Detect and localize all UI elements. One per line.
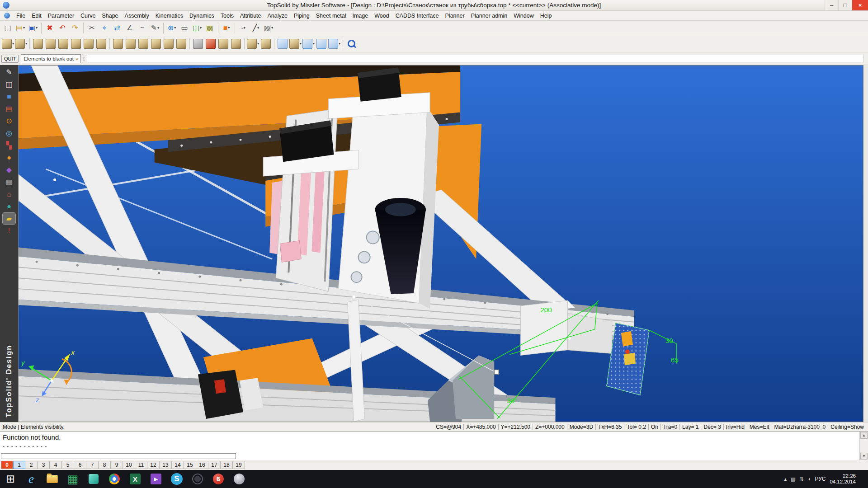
action-center-icon[interactable]: ▤ <box>791 476 795 482</box>
dropdown-caret-icon[interactable]: ▾ <box>23 26 25 30</box>
sheet-tab-9[interactable]: 9 <box>111 461 123 469</box>
search-icon[interactable] <box>345 38 357 50</box>
color-swatch-icon[interactable]: ■▾ <box>221 22 232 34</box>
select-icon[interactable]: ⌖ <box>99 22 110 34</box>
dropdown-caret-icon[interactable]: ▾ <box>257 26 259 30</box>
sheet-tab-12[interactable]: 12 <box>147 461 160 469</box>
check-icon[interactable] <box>163 38 175 50</box>
dropdown-caret-icon[interactable]: ▾ <box>244 26 245 30</box>
clock[interactable]: 22:26 04.12.2014 <box>830 473 856 485</box>
paint-icon[interactable] <box>229 470 250 488</box>
app-teal-icon[interactable] <box>83 470 104 488</box>
component-move-icon[interactable] <box>45 38 57 50</box>
explode-icon[interactable] <box>137 38 149 50</box>
menu-item-planner-admin[interactable]: Planner admin <box>468 12 511 20</box>
render-icon[interactable]: ▩ <box>204 22 216 34</box>
collision-icon[interactable] <box>175 38 187 50</box>
sheet-tab-1[interactable]: 1 <box>13 461 25 469</box>
undo-icon[interactable]: ↶ <box>57 22 68 34</box>
blocks-icon[interactable]: ▚ <box>3 140 15 151</box>
command-input[interactable] <box>87 55 864 62</box>
menu-item-piping[interactable]: Piping <box>291 12 313 20</box>
grid-icon[interactable]: ▦ <box>3 176 15 188</box>
sheet-tab-19[interactable]: 19 <box>233 461 245 469</box>
viewport[interactable]: 200 30 65 38° x y z <box>18 65 863 422</box>
menu-item-edit[interactable]: Edit <box>28 12 45 20</box>
component-rotate-icon[interactable] <box>57 38 69 50</box>
angle-icon[interactable]: ∠ <box>124 22 136 34</box>
spreadsheet-icon[interactable]: ▦ <box>62 470 83 488</box>
part-include-icon[interactable]: ▾ <box>15 38 27 50</box>
3d-scene[interactable]: 200 30 65 38° x y z <box>19 66 863 422</box>
redo-icon[interactable]: ↷ <box>69 22 81 34</box>
menu-item-attribute[interactable]: Attribute <box>237 12 264 20</box>
language-indicator[interactable]: РУС <box>815 476 826 482</box>
red-part-icon[interactable] <box>205 38 217 50</box>
dropdown-caret-icon[interactable]: ▾ <box>157 26 159 30</box>
dropdown-caret-icon[interactable]: ▾ <box>271 26 273 30</box>
hatch-icon[interactable]: ▨▾ <box>263 22 274 34</box>
close-button[interactable]: × <box>852 0 868 10</box>
app-menu-icon[interactable] <box>4 13 10 19</box>
swap-arrows-icon[interactable]: ⇄ <box>111 22 123 34</box>
bom-icon[interactable] <box>150 38 162 50</box>
pen-icon[interactable]: ✎▾ <box>149 22 161 34</box>
pin-icon[interactable]: ⊙ <box>3 115 15 127</box>
image-icon[interactable]: ◫▾ <box>191 22 203 34</box>
sheet-tab-15[interactable]: 15 <box>184 461 196 469</box>
command-prompt[interactable]: Elements to blank out » <box>21 54 81 63</box>
chrome-icon[interactable] <box>104 470 125 488</box>
sheet-tab-7[interactable]: 7 <box>86 461 99 469</box>
menu-item-parameter[interactable]: Parameter <box>45 12 77 20</box>
volume-icon[interactable]: ◖ <box>808 476 811 482</box>
dropdown-caret-icon[interactable]: ▾ <box>339 42 340 46</box>
dropdown-caret-icon[interactable]: ▾ <box>174 26 176 30</box>
sheet-tab-16[interactable]: 16 <box>196 461 208 469</box>
dropdown-caret-icon[interactable]: ▾ <box>300 42 302 46</box>
dim-200[interactable]: 200 <box>540 306 552 314</box>
dim-65[interactable]: 65 <box>671 357 679 364</box>
sheet-tab-5[interactable]: 5 <box>62 461 74 469</box>
app-dark-icon[interactable] <box>187 470 208 488</box>
home-icon[interactable]: ⌂ <box>3 188 15 200</box>
document-manager-icon[interactable]: ▾ <box>302 38 315 50</box>
menu-item-cadds-interface[interactable]: CADDS Interface <box>392 12 442 20</box>
eraser-icon[interactable]: ◫ <box>3 79 15 90</box>
hidden-icons-chevron[interactable]: ▴ <box>784 476 787 482</box>
stack-icon[interactable]: ▾ <box>328 38 340 50</box>
quit-button[interactable]: QUIT <box>1 55 19 63</box>
dropdown-caret-icon[interactable]: ▾ <box>25 42 27 46</box>
box-part-icon[interactable] <box>217 38 229 50</box>
menu-item-sheet-metal[interactable]: Sheet metal <box>313 12 349 20</box>
dim-38deg[interactable]: 38° <box>507 397 517 404</box>
mechanism-icon[interactable]: ▾ <box>247 38 259 50</box>
menu-item-analyze[interactable]: Analyze <box>264 12 291 20</box>
skype-icon[interactable]: S <box>166 470 187 488</box>
solid-cube-icon[interactable]: ■ <box>3 91 15 102</box>
line-icon[interactable]: ╱▾ <box>250 22 262 34</box>
axis-constraint-icon[interactable] <box>95 38 107 50</box>
constraint-icon[interactable] <box>70 38 82 50</box>
prism-icon[interactable]: ◆ <box>3 164 15 175</box>
menu-item-planner[interactable]: Planner <box>442 12 468 20</box>
new-document-icon[interactable]: ▢ <box>2 22 14 34</box>
menu-item-file[interactable]: File <box>13 12 28 20</box>
drag-handle[interactable] <box>494 370 499 374</box>
menu-item-image[interactable]: Image <box>349 12 371 20</box>
plate-part-icon[interactable] <box>230 38 242 50</box>
dropdown-caret-icon[interactable]: ▾ <box>228 26 230 30</box>
assembly-new-icon[interactable]: ▾ <box>2 38 14 50</box>
kinematic-icon[interactable] <box>260 38 272 50</box>
assemble-icon[interactable] <box>83 38 94 50</box>
menu-item-dynamics[interactable]: Dynamics <box>186 12 217 20</box>
sheet-tab-18[interactable]: 18 <box>221 461 233 469</box>
start-button[interactable]: ⊞ <box>0 470 21 488</box>
sheet-tab-11[interactable]: 11 <box>135 461 147 469</box>
options-icon[interactable]: ▾ <box>289 38 302 50</box>
zoom-icon[interactable]: ⊕▾ <box>166 22 178 34</box>
delete-icon[interactable]: ✖ <box>44 22 56 34</box>
cut-icon[interactable]: ✂ <box>86 22 98 34</box>
app-red-icon[interactable]: 6 <box>208 470 229 488</box>
folder-icon[interactable]: ▰ <box>3 213 15 224</box>
sheet-tab-13[interactable]: 13 <box>160 461 172 469</box>
